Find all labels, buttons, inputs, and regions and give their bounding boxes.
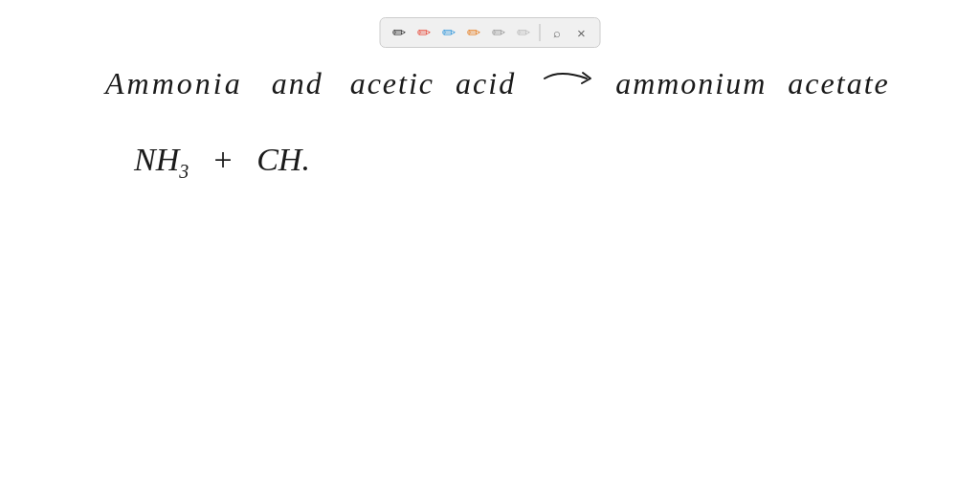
close-button[interactable]: × [571, 22, 592, 43]
pencil-orange-icon: ✏ [467, 23, 480, 43]
search-button[interactable]: ⌕ [546, 22, 568, 43]
whiteboard: ✏ ✏ ✏ ✏ ✏ ✏ ⌕ × Ammonia and acetic acid [0, 0, 980, 490]
line1-text: Ammonia and acetic acid ammonium acetate [105, 59, 890, 101]
ammonium-word: ammonium [615, 66, 767, 101]
pencil-gray1-icon: ✏ [492, 23, 505, 43]
nh3-formula: NH3 [134, 142, 189, 183]
toolbar-separator [540, 24, 541, 41]
pencil-gray1-tool[interactable]: ✏ [488, 22, 509, 43]
toolbar: ✏ ✏ ✏ ✏ ✏ ✏ ⌕ × [380, 17, 601, 48]
reaction-arrow [541, 59, 598, 94]
pencil-red-tool[interactable]: ✏ [413, 22, 434, 43]
ch-formula: CH. [256, 142, 310, 178]
pencil-blue-tool[interactable]: ✏ [438, 22, 459, 43]
ammonia-word: Ammonia [105, 66, 243, 101]
pencil-black-tool[interactable]: ✏ [389, 22, 410, 43]
subscript-3: 3 [179, 161, 189, 182]
pencil-gray2-icon: ✏ [517, 23, 530, 43]
acetate-word: acetate [788, 66, 889, 101]
close-icon: × [577, 25, 586, 41]
nh-letters: NH [134, 142, 179, 177]
pencil-red-icon: ✏ [417, 23, 431, 43]
pencil-orange-tool[interactable]: ✏ [463, 22, 484, 43]
line2-text: NH3 + CH. [134, 142, 310, 183]
acid-word: acid [456, 66, 516, 101]
pencil-gray2-tool[interactable]: ✏ [513, 22, 534, 43]
plus-operator: + [212, 142, 234, 178]
pencil-blue-icon: ✏ [442, 23, 456, 43]
acetic-word: acetic [350, 66, 434, 101]
pencil-black-icon: ✏ [392, 23, 406, 43]
search-icon: ⌕ [553, 26, 561, 40]
and-word: and [272, 66, 323, 101]
